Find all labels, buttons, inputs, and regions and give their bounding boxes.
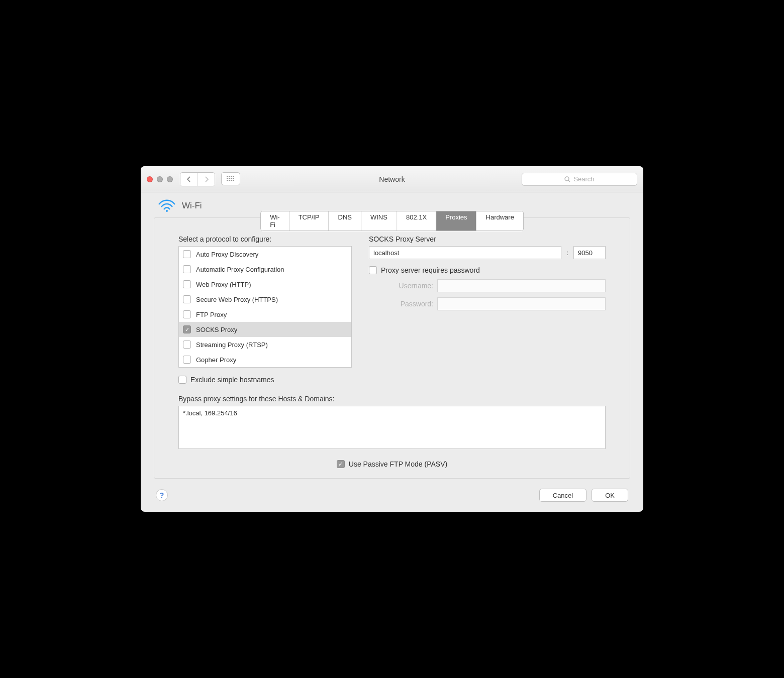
protocol-item[interactable]: Secure Web Proxy (HTTPS) <box>179 292 351 307</box>
bypass-label: Bypass proxy settings for these Hosts & … <box>178 395 606 403</box>
tab-hardware[interactable]: Hardware <box>476 211 523 231</box>
back-button[interactable] <box>180 173 198 186</box>
protocol-label: FTP Proxy <box>196 311 227 318</box>
tab-dns[interactable]: DNS <box>329 211 361 231</box>
protocol-checkbox[interactable] <box>183 341 191 349</box>
svg-line-1 <box>568 180 570 182</box>
protocol-checkbox[interactable] <box>183 310 191 318</box>
requires-password-row: Proxy server requires password <box>369 266 606 274</box>
protocol-list[interactable]: Auto Proxy Discovery Automatic Proxy Con… <box>178 246 352 368</box>
pasv-label: Use Passive FTP Mode (PASV) <box>349 460 447 468</box>
interface-name: Wi-Fi <box>182 201 202 211</box>
minimize-window-button[interactable] <box>157 176 163 182</box>
close-window-button[interactable] <box>147 176 153 182</box>
help-button[interactable]: ? <box>156 489 168 501</box>
protocol-label: Web Proxy (HTTP) <box>196 281 251 288</box>
exclude-hostnames-row: Exclude simple hostnames <box>178 376 352 384</box>
grid-icon <box>227 176 235 182</box>
protocol-label: Gopher Proxy <box>196 356 236 364</box>
settings-panel: Wi-Fi TCP/IP DNS WINS 802.1X Proxies Har… <box>154 217 630 479</box>
tab-tcpip[interactable]: TCP/IP <box>289 211 329 231</box>
svg-point-2 <box>166 210 168 212</box>
protocol-checkbox[interactable]: ✓ <box>183 325 191 333</box>
show-all-button[interactable] <box>221 172 240 185</box>
proxy-port-input[interactable]: 9050 <box>573 246 606 259</box>
tab-bar: Wi-Fi TCP/IP DNS WINS 802.1X Proxies Har… <box>260 211 524 231</box>
zoom-window-button[interactable] <box>167 176 173 182</box>
protocol-item[interactable]: Automatic Proxy Configuration <box>179 262 351 277</box>
question-icon: ? <box>160 491 164 499</box>
pasv-row: ✓ Use Passive FTP Mode (PASV) <box>178 460 606 468</box>
chevron-left-icon <box>186 176 191 182</box>
requires-password-label: Proxy server requires password <box>381 266 480 274</box>
protocol-label: Auto Proxy Discovery <box>196 251 258 258</box>
exclude-hostnames-label: Exclude simple hostnames <box>190 376 274 384</box>
preferences-window: Network Search Wi-Fi Wi-Fi TCP/IP DNS WI… <box>141 166 643 512</box>
footer: ? Cancel OK <box>141 489 643 512</box>
proxy-host-input[interactable]: localhost <box>369 246 561 259</box>
protocol-item[interactable]: Auto Proxy Discovery <box>179 247 351 262</box>
server-heading: SOCKS Proxy Server <box>369 235 606 243</box>
protocol-checkbox[interactable] <box>183 356 191 364</box>
protocol-label: Automatic Proxy Configuration <box>196 266 284 273</box>
username-input[interactable] <box>437 279 606 292</box>
protocol-checkbox[interactable] <box>183 265 191 273</box>
tab-proxies[interactable]: Proxies <box>436 211 476 231</box>
bypass-textarea[interactable]: *.local, 169.254/16 <box>178 406 606 449</box>
protocol-item[interactable]: Gopher Proxy <box>179 352 351 367</box>
cancel-button[interactable]: Cancel <box>539 489 586 502</box>
password-label: Password: <box>369 300 433 308</box>
forward-button[interactable] <box>198 173 215 186</box>
pasv-checkbox[interactable]: ✓ <box>337 460 345 468</box>
username-label: Username: <box>369 282 433 290</box>
wifi-icon <box>158 199 176 212</box>
protocol-label: Streaming Proxy (RTSP) <box>196 341 268 349</box>
protocol-checkbox[interactable] <box>183 280 191 288</box>
protocol-item[interactable]: Web Proxy (HTTP) <box>179 277 351 292</box>
protocol-checkbox[interactable] <box>183 295 191 303</box>
tab-wifi[interactable]: Wi-Fi <box>261 211 289 231</box>
host-port-separator: : <box>565 249 569 257</box>
protocol-item[interactable]: ✓ SOCKS Proxy <box>179 322 351 337</box>
password-input[interactable] <box>437 297 606 310</box>
search-field[interactable]: Search <box>522 173 637 186</box>
requires-password-checkbox[interactable] <box>369 266 377 274</box>
protocol-label: SOCKS Proxy <box>196 326 237 333</box>
protocol-item[interactable]: FTP Proxy <box>179 307 351 322</box>
search-icon <box>564 176 570 182</box>
protocol-item[interactable]: Streaming Proxy (RTSP) <box>179 337 351 352</box>
protocol-heading: Select a protocol to configure: <box>178 235 352 243</box>
search-placeholder: Search <box>573 175 594 183</box>
tab-wins[interactable]: WINS <box>361 211 397 231</box>
nav-buttons <box>180 172 240 186</box>
titlebar: Network Search <box>141 166 643 192</box>
svg-point-0 <box>565 177 569 181</box>
chevron-right-icon <box>204 176 209 182</box>
protocol-label: Secure Web Proxy (HTTPS) <box>196 296 278 303</box>
protocol-checkbox[interactable] <box>183 250 191 258</box>
ok-button[interactable]: OK <box>592 489 628 502</box>
tab-8021x[interactable]: 802.1X <box>397 211 436 231</box>
traffic-lights <box>147 176 173 182</box>
exclude-hostnames-checkbox[interactable] <box>178 376 186 384</box>
